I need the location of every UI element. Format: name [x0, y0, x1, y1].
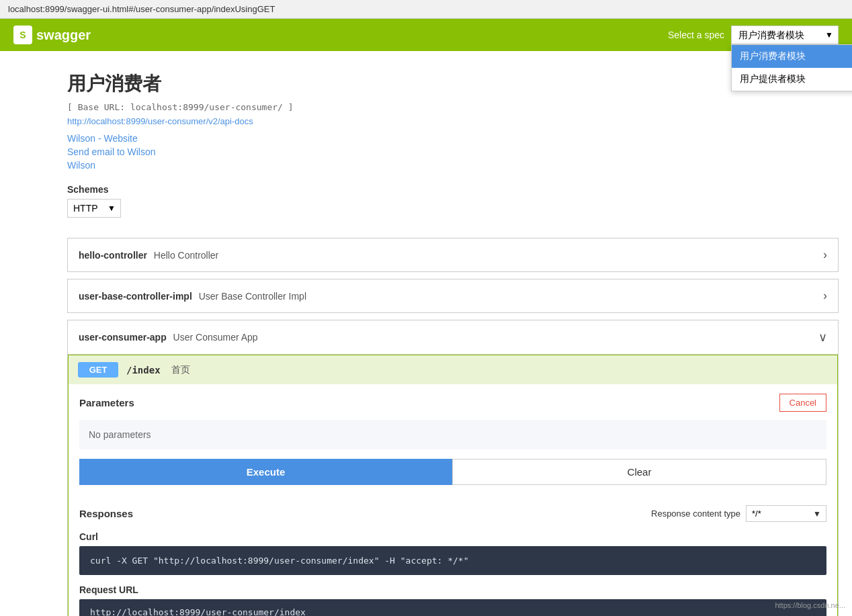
main-content: 用户消费者 [ Base URL: localhost:8999/user-co…	[0, 51, 852, 616]
controller-user-base-name: user-base-controller-impl User Base Cont…	[79, 291, 306, 302]
hello-ctrl-id: hello-controller	[79, 250, 147, 261]
wilson-website-link[interactable]: Wilson - Website	[67, 133, 839, 144]
curl-value: curl -X GET "http://localhost:8999/user-…	[79, 546, 826, 575]
controller-expanded-user-consumer: user-consumer-app User Consumer App ∨ GE…	[67, 320, 839, 616]
spec-select[interactable]: 用户消费者模块 用户提供者模块	[731, 26, 839, 44]
responses-section: Responses Response content type */* appl…	[69, 505, 837, 616]
controller-row-hello[interactable]: hello-controller Hello Controller ›	[67, 238, 839, 272]
no-params-text: No parameters	[79, 420, 826, 449]
endpoint-description: 首页	[171, 364, 190, 376]
endpoint-block: GET /index 首页 Parameters Cancel No param…	[68, 355, 838, 616]
execute-button[interactable]: Execute	[79, 459, 452, 485]
params-section: Parameters Cancel No parameters Execute …	[69, 384, 837, 505]
endpoint-header[interactable]: GET /index 首页	[69, 355, 837, 384]
responses-title: Responses	[79, 508, 133, 519]
scheme-select[interactable]: HTTP HTTPS	[67, 199, 121, 218]
user-base-chevron-icon: ›	[823, 289, 827, 303]
swagger-logo: S swagger	[13, 26, 91, 44]
api-docs-link[interactable]: http://localhost:8999/user-consumer/v2/a…	[67, 116, 839, 126]
controller-hello-name: hello-controller Hello Controller	[79, 250, 218, 261]
user-base-ctrl-desc: User Base Controller Impl	[199, 291, 306, 302]
controller-expanded-header[interactable]: user-consumer-app User Consumer App ∨	[68, 320, 838, 355]
spec-option-consumer[interactable]: 用户消费者模块	[732, 45, 852, 68]
spec-option-provider[interactable]: 用户提供者模块	[732, 68, 852, 91]
params-title: Parameters	[79, 397, 134, 408]
hello-ctrl-desc: Hello Controller	[154, 250, 218, 261]
user-base-ctrl-id: user-base-controller-impl	[79, 291, 192, 302]
hello-chevron-icon: ›	[823, 248, 827, 262]
curl-section: Curl curl -X GET "http://localhost:8999/…	[79, 531, 826, 575]
content-type-wrapper[interactable]: */* application/json ▼	[746, 505, 826, 522]
responses-header: Responses Response content type */* appl…	[79, 505, 826, 522]
controller-expanded-name: user-consumer-app User Consumer App	[79, 332, 258, 343]
scheme-wrapper[interactable]: HTTP HTTPS ▼	[67, 199, 121, 218]
api-base-url: [ Base URL: localhost:8999/user-consumer…	[67, 102, 839, 112]
method-badge: GET	[78, 362, 118, 378]
nav-right: Select a spec 用户消费者模块 用户提供者模块 ▼ 用户消费者模块 …	[668, 26, 839, 44]
request-url-value: http://localhost:8999/user-consumer/inde…	[79, 599, 826, 616]
params-header: Parameters Cancel	[79, 394, 826, 412]
request-url-label: Request URL	[79, 584, 826, 595]
swagger-logo-text: swagger	[36, 28, 91, 43]
spec-select-wrapper[interactable]: 用户消费者模块 用户提供者模块 ▼ 用户消费者模块 用户提供者模块	[731, 26, 839, 44]
controllers: hello-controller Hello Controller › user…	[67, 238, 839, 616]
schemes-section: Schemes HTTP HTTPS ▼	[67, 184, 839, 218]
spec-dropdown: 用户消费者模块 用户提供者模块	[731, 44, 852, 91]
api-links: Wilson - Website Send email to Wilson Wi…	[67, 133, 839, 171]
watermark: https://blog.csdn.ne...	[775, 601, 845, 609]
wilson-email-link[interactable]: Send email to Wilson	[67, 146, 839, 157]
schemes-label: Schemes	[67, 184, 839, 195]
request-url-section: Request URL http://localhost:8999/user-c…	[79, 584, 826, 616]
browser-url: localhost:8999/swagger-ui.html#/user-con…	[8, 4, 275, 14]
action-buttons: Execute Clear	[79, 459, 826, 485]
expanded-ctrl-desc: User Consumer App	[173, 332, 258, 343]
expanded-ctrl-id: user-consumer-app	[79, 332, 167, 343]
wilson-link[interactable]: Wilson	[67, 160, 839, 171]
api-title: 用户消费者	[67, 71, 839, 97]
cancel-button[interactable]: Cancel	[779, 394, 826, 412]
curl-label: Curl	[79, 531, 826, 542]
expanded-chevron-icon: ∨	[818, 330, 827, 345]
endpoint-path: /index	[126, 365, 161, 376]
select-spec-label: Select a spec	[668, 30, 724, 40]
response-content-type: Response content type */* application/js…	[651, 505, 826, 522]
top-nav: S swagger Select a spec 用户消费者模块 用户提供者模块 …	[0, 19, 852, 51]
browser-bar: localhost:8999/swagger-ui.html#/user-con…	[0, 0, 852, 19]
controller-row-user-base[interactable]: user-base-controller-impl User Base Cont…	[67, 279, 839, 313]
response-content-type-label: Response content type	[651, 509, 740, 519]
content-type-select[interactable]: */* application/json	[746, 505, 826, 522]
swagger-logo-icon: S	[13, 26, 32, 44]
clear-button[interactable]: Clear	[452, 459, 826, 485]
